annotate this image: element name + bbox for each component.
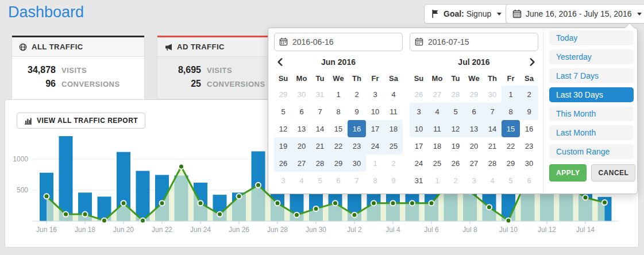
calendar-day[interactable]: 4: [428, 103, 446, 120]
range-option-this-month[interactable]: This Month: [549, 106, 634, 121]
calendar-day[interactable]: 23: [520, 137, 538, 154]
calendar-day[interactable]: 22: [502, 137, 520, 154]
prev-month-icon[interactable]: [275, 57, 286, 67]
calendar-day[interactable]: 28: [311, 154, 329, 172]
calendar-day-selected[interactable]: 15: [502, 120, 520, 137]
calendar-day[interactable]: 21: [483, 137, 502, 154]
calendar-day[interactable]: 7: [348, 172, 366, 189]
calendar-day[interactable]: 3: [410, 103, 428, 120]
calendar-day[interactable]: 5: [274, 103, 292, 120]
calendar-day[interactable]: 15: [329, 120, 348, 137]
calendar-day[interactable]: 14: [311, 120, 329, 137]
calendar-day[interactable]: 30: [483, 86, 502, 103]
calendar-day[interactable]: 13: [292, 120, 311, 137]
calendar-day[interactable]: 3: [465, 172, 483, 189]
calendar-day[interactable]: 8: [502, 103, 520, 120]
calendar-day[interactable]: 5: [502, 172, 520, 189]
calendar-day[interactable]: 26: [410, 86, 428, 103]
all-traffic-card[interactable]: ALL TRAFFIC 34,878VISITS 96CONVERSIONS: [11, 36, 145, 99]
start-date-input[interactable]: [274, 33, 403, 51]
calendar-day[interactable]: 19: [446, 137, 465, 154]
calendar-day[interactable]: 31: [410, 172, 428, 189]
range-option-today[interactable]: Today: [549, 30, 634, 45]
range-option-yesterday[interactable]: Yesterday: [549, 49, 634, 64]
next-month-icon[interactable]: [527, 57, 537, 67]
calendar-day[interactable]: 5: [311, 172, 329, 189]
calendar-day[interactable]: 1: [502, 86, 520, 103]
calendar-day[interactable]: 4: [483, 172, 502, 189]
calendar-day[interactable]: 10: [366, 103, 384, 120]
calendar-day[interactable]: 9: [520, 103, 538, 120]
calendar-day[interactable]: 17: [410, 137, 428, 154]
calendar-day[interactable]: 24: [410, 154, 428, 172]
calendar-day[interactable]: 6: [465, 103, 483, 120]
calendar-day[interactable]: 5: [446, 103, 465, 120]
goal-dropdown-button[interactable]: Goal: Signup: [424, 4, 508, 24]
calendar-day[interactable]: 19: [274, 137, 292, 154]
end-date-input[interactable]: [410, 33, 538, 51]
calendar-day[interactable]: 30: [292, 86, 311, 103]
calendar-day[interactable]: 27: [465, 154, 483, 172]
calendar-day[interactable]: 16: [520, 120, 538, 137]
range-option-custom-range[interactable]: Custom Range: [549, 144, 634, 159]
calendar-day[interactable]: 1: [428, 172, 446, 189]
calendar-day[interactable]: 21: [311, 137, 329, 154]
calendar-day[interactable]: 4: [384, 86, 403, 103]
calendar-day[interactable]: 27: [292, 154, 311, 172]
calendar-day[interactable]: 6: [292, 103, 311, 120]
calendar-day[interactable]: 7: [483, 103, 502, 120]
calendar-day[interactable]: 25: [428, 154, 446, 172]
calendar-day[interactable]: 9: [384, 172, 403, 189]
calendar-day[interactable]: 12: [274, 120, 292, 137]
calendar-day[interactable]: 2: [348, 86, 366, 103]
calendar-day[interactable]: 4: [292, 172, 311, 189]
calendar-day[interactable]: 3: [366, 86, 384, 103]
calendar-day[interactable]: 29: [274, 86, 292, 103]
calendar-day[interactable]: 11: [384, 103, 403, 120]
calendar-day[interactable]: 30: [520, 154, 538, 172]
calendar-day[interactable]: 8: [329, 103, 348, 120]
calendar-day[interactable]: 1: [366, 154, 384, 172]
calendar-day[interactable]: 29: [502, 154, 520, 172]
calendar-day[interactable]: 18: [384, 120, 403, 137]
calendar-day[interactable]: 2: [446, 172, 465, 189]
calendar-day[interactable]: 14: [483, 120, 502, 137]
calendar-day[interactable]: 31: [311, 86, 329, 103]
calendar-day[interactable]: 26: [446, 154, 465, 172]
calendar-day[interactable]: 13: [465, 120, 483, 137]
calendar-day[interactable]: 7: [311, 103, 329, 120]
calendar-day[interactable]: 30: [348, 154, 366, 172]
range-option-last-30-days[interactable]: Last 30 Days: [549, 87, 634, 102]
range-option-last-month[interactable]: Last Month: [549, 125, 634, 140]
calendar-day[interactable]: 17: [366, 120, 384, 137]
calendar-day[interactable]: 8: [366, 172, 384, 189]
calendar-day[interactable]: 28: [483, 154, 502, 172]
calendar-day[interactable]: 1: [329, 86, 348, 103]
calendar-day[interactable]: 23: [348, 137, 366, 154]
apply-button[interactable]: APPLY: [549, 164, 587, 181]
calendar-day[interactable]: 11: [428, 120, 446, 137]
date-range-button[interactable]: June 16, 2016 - July 15, 2016: [506, 4, 644, 24]
calendar-day[interactable]: 9: [348, 103, 366, 120]
range-option-last-7-days[interactable]: Last 7 Days: [549, 68, 634, 83]
calendar-day[interactable]: 22: [329, 137, 348, 154]
calendar-day[interactable]: 3: [274, 172, 292, 189]
calendar-day[interactable]: 28: [446, 86, 465, 103]
calendar-day[interactable]: 10: [410, 120, 428, 137]
calendar-day[interactable]: 2: [384, 154, 403, 172]
calendar-day[interactable]: 6: [329, 172, 348, 189]
calendar-day[interactable]: 20: [465, 137, 483, 154]
calendar-day-selected[interactable]: 16: [348, 120, 366, 137]
calendar-day[interactable]: 12: [446, 120, 465, 137]
calendar-day[interactable]: 24: [366, 137, 384, 154]
calendar-day[interactable]: 29: [465, 86, 483, 103]
calendar-day[interactable]: 6: [520, 172, 538, 189]
calendar-day[interactable]: 2: [520, 86, 538, 103]
calendar-day[interactable]: 18: [428, 137, 446, 154]
calendar-day[interactable]: 20: [292, 137, 311, 154]
cancel-button[interactable]: CANCEL: [591, 164, 635, 181]
calendar-day[interactable]: 25: [384, 137, 403, 154]
calendar-day[interactable]: 29: [329, 154, 348, 172]
calendar-day[interactable]: 26: [274, 154, 292, 172]
calendar-day[interactable]: 27: [428, 86, 446, 103]
